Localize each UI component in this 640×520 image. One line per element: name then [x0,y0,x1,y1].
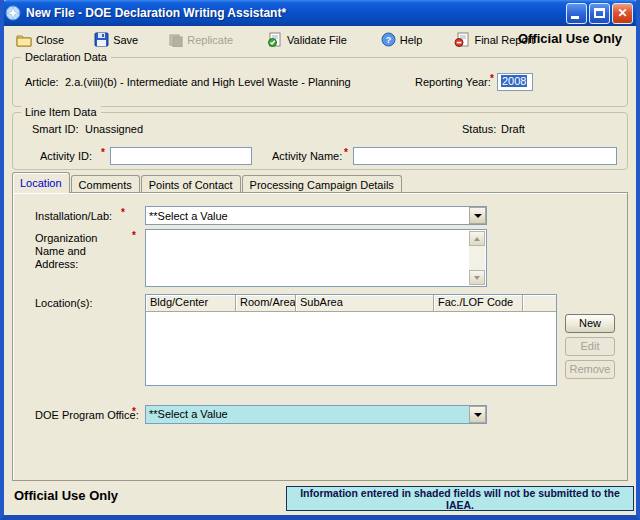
titlebar: New File - DOE Declaration Writing Assis… [0,0,640,26]
edit-button-label: Edit [581,340,600,352]
reporting-year-label: Reporting Year: [415,76,491,88]
locations-label: Location(s): [35,297,92,309]
svg-text:?: ? [386,35,392,45]
toolbar-help-label: Help [400,34,423,46]
doe-program-office-dropdown-button[interactable] [469,406,486,423]
tab-comments[interactable]: Comments [71,175,140,193]
column-header-fac-lof-code[interactable]: Fac./LOF Code [434,295,523,312]
doe-program-office-value: **Select a Value [146,406,469,423]
remove-button[interactable]: Remove [565,360,615,379]
column-header-extra[interactable] [523,295,556,312]
organization-label: Organization Name and Address: [35,232,121,271]
close-icon: ✕ [613,6,632,20]
installation-lab-required-marker: * [121,207,125,218]
declaration-data-group: Declaration Data Article: 2.a.(viii)(b) … [12,57,628,107]
toolbar-help-button[interactable]: ? Help [375,30,429,49]
edit-button[interactable]: Edit [565,337,615,356]
tabstrip: Location Comments Points of Contact Proc… [12,173,403,193]
new-button[interactable]: New [565,314,615,333]
tab-processing-campaign-details-label: Processing Campaign Details [250,179,394,191]
toolbar-validate-file-label: Validate File [287,34,347,46]
replicate-icon [168,33,183,47]
scroll-up-icon[interactable] [469,231,485,246]
toolbar-replicate-button[interactable]: Replicate [162,31,239,49]
shaded-fields-notice: Information entered in shaded fields wil… [286,486,634,511]
organization-textarea[interactable] [145,229,487,287]
activity-name-input[interactable] [353,147,617,165]
reporting-year-input[interactable]: 2008 [497,73,533,91]
help-icon: ? [381,32,396,47]
new-button-label: New [579,317,601,329]
toolbar-close-button[interactable]: Close [10,31,70,49]
activity-name-label: Activity Name: [272,150,342,162]
tab-location[interactable]: Location [12,172,70,193]
toolbar-replicate-label: Replicate [187,34,233,46]
toolbar-save-label: Save [113,34,138,46]
doe-program-office-label: DOE Program Office: [35,409,139,421]
tab-location-label: Location [20,177,62,189]
app-icon [5,5,21,21]
validate-icon [267,32,283,47]
column-header-bldg-center[interactable]: Bldg/Center [146,295,236,312]
location-tab-panel: Installation/Lab: * **Select a Value Org… [12,192,628,481]
locations-list-header: Bldg/Center Room/Area SubArea Fac./LOF C… [146,295,556,312]
status-value: Draft [501,123,525,135]
toolbar-save-button[interactable]: Save [88,30,144,49]
activity-id-required-marker: * [101,147,105,158]
line-item-data-group-title: Line Item Data [21,106,101,118]
chevron-down-icon [474,214,482,218]
installation-lab-dropdown-button[interactable] [469,207,486,224]
maximize-button[interactable] [589,3,610,24]
final-report-icon [454,32,470,47]
activity-id-input[interactable] [110,147,252,165]
doe-program-office-required-marker: * [132,406,136,417]
locations-list[interactable]: Bldg/Center Room/Area SubArea Fac./LOF C… [145,294,557,386]
smart-id-value: Unassigned [85,123,143,135]
tab-points-of-contact[interactable]: Points of Contact [141,175,241,193]
organization-scrollbar[interactable] [469,231,485,285]
tab-points-of-contact-label: Points of Contact [149,179,233,191]
minimize-icon [571,16,579,19]
installation-lab-label: Installation/Lab: [35,210,112,222]
save-icon [94,32,109,47]
maximize-icon [594,8,605,18]
toolbar-validate-file-button[interactable]: Validate File [261,30,353,49]
tab-comments-label: Comments [79,179,132,191]
doe-program-office-dropdown[interactable]: **Select a Value [145,405,487,424]
close-button[interactable]: ✕ [612,3,633,24]
classification-banner-bottom: Official Use Only [14,488,118,503]
minimize-button[interactable] [566,3,587,24]
classification-banner-top: Official Use Only [518,31,622,46]
folder-icon [16,33,32,47]
window-title: New File - DOE Declaration Writing Assis… [26,6,286,20]
article-value: 2.a.(viii)(b) - Intermediate and High Le… [65,76,351,88]
article-label: Article: [25,76,59,88]
smart-id-label: Smart ID: [32,123,78,135]
reporting-year-value: 2008 [501,75,527,87]
chevron-down-icon [474,413,482,417]
installation-lab-dropdown[interactable]: **Select a Value [145,206,487,225]
activity-id-label: Activity ID: [40,150,92,162]
declaration-data-group-title: Declaration Data [21,51,111,63]
installation-lab-value: **Select a Value [146,210,469,222]
status-label: Status: [462,123,496,135]
remove-button-label: Remove [570,363,611,375]
column-header-subarea[interactable]: SubArea [296,295,434,312]
reporting-year-required-marker: * [490,73,494,84]
tab-processing-campaign-details[interactable]: Processing Campaign Details [242,175,402,193]
activity-name-required-marker: * [344,147,348,158]
app-window: New File - DOE Declaration Writing Assis… [0,0,640,520]
scroll-down-icon[interactable] [469,270,485,285]
organization-required-marker: * [132,230,136,241]
column-header-room-area[interactable]: Room/Area [236,295,296,312]
line-item-data-group: Line Item Data Smart ID: Unassigned Stat… [12,112,628,170]
toolbar-close-label: Close [36,34,64,46]
